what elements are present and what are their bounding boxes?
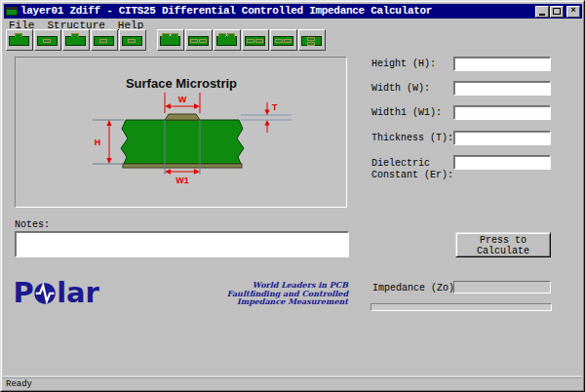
toolbar-button-coated-microstrip[interactable]: [62, 29, 90, 51]
close-icon: ×: [570, 7, 575, 16]
minimize-button[interactable]: [535, 6, 549, 18]
status-text: Ready: [6, 379, 32, 389]
surface-microstrip-icon: [8, 32, 31, 48]
toolbar-button-stripline[interactable]: [91, 29, 118, 51]
impedance-value-box: [453, 281, 551, 294]
embedded-microstrip-icon: [36, 32, 59, 48]
restore-icon: [553, 8, 561, 15]
width1-input[interactable]: [453, 105, 551, 120]
thickness-label: Thickness (T):: [371, 133, 453, 144]
toolbar-button-diff-surface-microstrip[interactable]: [157, 29, 184, 51]
statusbar: Ready: [3, 377, 582, 389]
app-window: layer01 Zdiff - CITS25 Differential Cont…: [0, 0, 585, 392]
toolbar-button-diff-embedded-microstrip[interactable]: [185, 29, 213, 51]
coated-microstrip-icon: [64, 32, 88, 48]
structure-toolbar: [6, 29, 326, 53]
trace-shape: [165, 114, 200, 120]
brand-tagline: World Leaders in PCB Faultfinding and Co…: [223, 281, 348, 306]
toolbar-button-offset-stripline[interactable]: [119, 29, 146, 51]
diff-stripline-icon: [244, 32, 267, 48]
toolbar-group-single-ended: [6, 29, 146, 53]
toolbar-button-surface-microstrip[interactable]: [6, 29, 33, 51]
structure-diagram-panel: Surface Microstrip W: [15, 57, 347, 208]
diff-offset-stripline-icon: [272, 32, 295, 48]
diagram-title: Surface Microstrip: [126, 76, 237, 91]
dim-label-w: W: [178, 95, 187, 104]
thickness-input[interactable]: [453, 131, 551, 145]
ground-plane-shape: [123, 164, 242, 168]
width-label: Width (W):: [371, 83, 430, 95]
dielectric-input[interactable]: [453, 155, 551, 170]
diff-coated-microstrip-icon: [215, 32, 239, 48]
width1-label: Width1 (W1):: [371, 107, 442, 119]
structure-diagram: Surface Microstrip W: [16, 58, 346, 207]
diff-embedded-microstrip-icon: [187, 32, 211, 48]
toolbar-button-diff-coated-microstrip[interactable]: [214, 29, 241, 51]
toolbar-group-differential: [157, 29, 326, 53]
dielectric-label: Dielectric Constant (Er):: [371, 158, 457, 181]
diff-surface-microstrip-icon: [159, 32, 182, 48]
titlebar[interactable]: layer01 Zdiff - CITS25 Differential Cont…: [4, 4, 582, 19]
progress-bar: [370, 303, 552, 311]
substrate-shape: [121, 120, 244, 164]
notes-label: Notes:: [15, 219, 50, 230]
impedance-label: Impedance (Zo):: [372, 283, 460, 294]
dim-label-w1: W1: [176, 176, 189, 185]
polar-logo: P lar: [14, 279, 105, 311]
notes-input[interactable]: [15, 231, 349, 257]
minimize-icon: [539, 14, 545, 16]
stripline-icon: [93, 32, 116, 48]
svg-text:P: P: [14, 279, 34, 306]
height-input[interactable]: [453, 57, 551, 71]
toolbar-button-diff-stripline[interactable]: [242, 29, 269, 51]
app-icon: [6, 7, 18, 16]
close-button[interactable]: ×: [566, 6, 580, 18]
toolbar-button-embedded-microstrip[interactable]: [34, 29, 61, 51]
svg-text:lar: lar: [57, 279, 99, 306]
width-input[interactable]: [453, 81, 551, 96]
window-title: layer01 Zdiff - CITS25 Differential Cont…: [20, 4, 432, 19]
height-label: Height (H):: [371, 59, 436, 70]
dim-label-h: H: [95, 137, 101, 147]
toolbar-button-diff-offset-stripline[interactable]: [270, 29, 297, 51]
diff-broadside-stripline-icon: [300, 32, 324, 48]
restore-button[interactable]: [550, 6, 564, 18]
calculate-button[interactable]: Press to Calculate: [455, 232, 551, 257]
dim-label-t: T: [272, 102, 278, 112]
offset-stripline-icon: [121, 32, 144, 48]
toolbar-button-diff-broadside-stripline[interactable]: [298, 29, 326, 51]
